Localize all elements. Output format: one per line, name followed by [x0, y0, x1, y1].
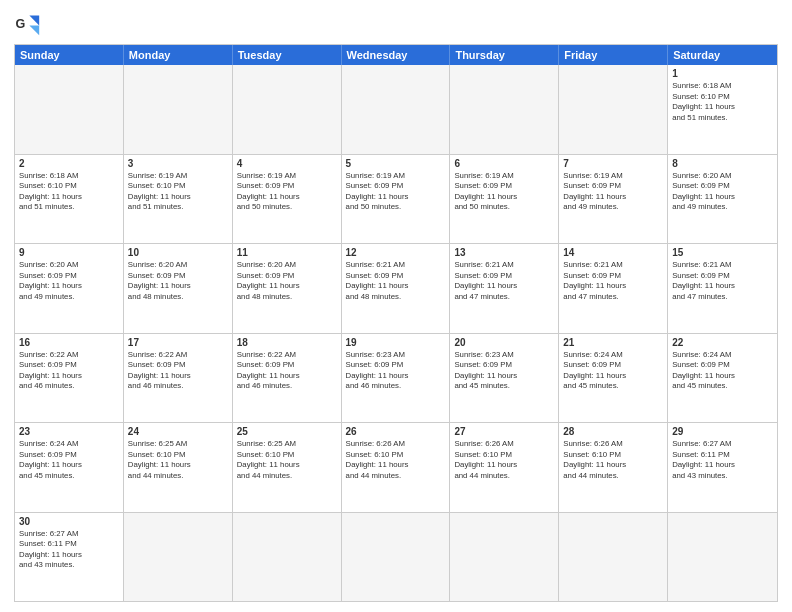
page: G SundayMondayTuesdayWednesdayThursdayFr… — [0, 0, 792, 612]
calendar-cell — [450, 513, 559, 602]
cell-info: Sunrise: 6:21 AMSunset: 6:09 PMDaylight:… — [454, 260, 554, 302]
cell-info: Sunrise: 6:19 AMSunset: 6:09 PMDaylight:… — [237, 171, 337, 213]
calendar-cell: 12Sunrise: 6:21 AMSunset: 6:09 PMDayligh… — [342, 244, 451, 333]
svg-text:G: G — [15, 17, 25, 31]
calendar-row-0: 1Sunrise: 6:18 AMSunset: 6:10 PMDaylight… — [15, 65, 777, 154]
cell-info: Sunrise: 6:19 AMSunset: 6:09 PMDaylight:… — [563, 171, 663, 213]
calendar-cell — [668, 513, 777, 602]
calendar-cell: 29Sunrise: 6:27 AMSunset: 6:11 PMDayligh… — [668, 423, 777, 512]
cell-info: Sunrise: 6:21 AMSunset: 6:09 PMDaylight:… — [672, 260, 773, 302]
day-number: 16 — [19, 337, 119, 348]
calendar-cell — [233, 513, 342, 602]
calendar-row-3: 16Sunrise: 6:22 AMSunset: 6:09 PMDayligh… — [15, 333, 777, 423]
calendar-cell — [342, 513, 451, 602]
calendar-cell: 5Sunrise: 6:19 AMSunset: 6:09 PMDaylight… — [342, 155, 451, 244]
calendar-cell: 8Sunrise: 6:20 AMSunset: 6:09 PMDaylight… — [668, 155, 777, 244]
cell-info: Sunrise: 6:21 AMSunset: 6:09 PMDaylight:… — [563, 260, 663, 302]
day-number: 30 — [19, 516, 119, 527]
cell-info: Sunrise: 6:25 AMSunset: 6:10 PMDaylight:… — [237, 439, 337, 481]
day-number: 26 — [346, 426, 446, 437]
calendar-cell: 19Sunrise: 6:23 AMSunset: 6:09 PMDayligh… — [342, 334, 451, 423]
cell-info: Sunrise: 6:25 AMSunset: 6:10 PMDaylight:… — [128, 439, 228, 481]
calendar-cell: 27Sunrise: 6:26 AMSunset: 6:10 PMDayligh… — [450, 423, 559, 512]
day-number: 6 — [454, 158, 554, 169]
cell-info: Sunrise: 6:22 AMSunset: 6:09 PMDaylight:… — [128, 350, 228, 392]
cell-info: Sunrise: 6:27 AMSunset: 6:11 PMDaylight:… — [19, 529, 119, 571]
day-number: 12 — [346, 247, 446, 258]
calendar-row-4: 23Sunrise: 6:24 AMSunset: 6:09 PMDayligh… — [15, 422, 777, 512]
calendar-cell — [15, 65, 124, 154]
cell-info: Sunrise: 6:18 AMSunset: 6:10 PMDaylight:… — [19, 171, 119, 213]
day-number: 5 — [346, 158, 446, 169]
cell-info: Sunrise: 6:21 AMSunset: 6:09 PMDaylight:… — [346, 260, 446, 302]
calendar-cell: 22Sunrise: 6:24 AMSunset: 6:09 PMDayligh… — [668, 334, 777, 423]
calendar-cell: 18Sunrise: 6:22 AMSunset: 6:09 PMDayligh… — [233, 334, 342, 423]
calendar-cell: 10Sunrise: 6:20 AMSunset: 6:09 PMDayligh… — [124, 244, 233, 333]
header-day-sunday: Sunday — [15, 45, 124, 65]
cell-info: Sunrise: 6:23 AMSunset: 6:09 PMDaylight:… — [346, 350, 446, 392]
cell-info: Sunrise: 6:20 AMSunset: 6:09 PMDaylight:… — [237, 260, 337, 302]
header-day-thursday: Thursday — [450, 45, 559, 65]
day-number: 29 — [672, 426, 773, 437]
svg-marker-1 — [29, 16, 39, 26]
cell-info: Sunrise: 6:26 AMSunset: 6:10 PMDaylight:… — [346, 439, 446, 481]
day-number: 11 — [237, 247, 337, 258]
day-number: 20 — [454, 337, 554, 348]
calendar-cell: 14Sunrise: 6:21 AMSunset: 6:09 PMDayligh… — [559, 244, 668, 333]
calendar-cell: 24Sunrise: 6:25 AMSunset: 6:10 PMDayligh… — [124, 423, 233, 512]
day-number: 18 — [237, 337, 337, 348]
cell-info: Sunrise: 6:26 AMSunset: 6:10 PMDaylight:… — [454, 439, 554, 481]
calendar-cell: 20Sunrise: 6:23 AMSunset: 6:09 PMDayligh… — [450, 334, 559, 423]
day-number: 15 — [672, 247, 773, 258]
calendar-cell — [233, 65, 342, 154]
cell-info: Sunrise: 6:20 AMSunset: 6:09 PMDaylight:… — [19, 260, 119, 302]
cell-info: Sunrise: 6:19 AMSunset: 6:09 PMDaylight:… — [454, 171, 554, 213]
day-number: 19 — [346, 337, 446, 348]
calendar-row-1: 2Sunrise: 6:18 AMSunset: 6:10 PMDaylight… — [15, 154, 777, 244]
day-number: 17 — [128, 337, 228, 348]
svg-marker-2 — [29, 25, 39, 35]
calendar-cell: 15Sunrise: 6:21 AMSunset: 6:09 PMDayligh… — [668, 244, 777, 333]
header-day-saturday: Saturday — [668, 45, 777, 65]
calendar-cell: 13Sunrise: 6:21 AMSunset: 6:09 PMDayligh… — [450, 244, 559, 333]
calendar-cell — [124, 513, 233, 602]
calendar-row-5: 30Sunrise: 6:27 AMSunset: 6:11 PMDayligh… — [15, 512, 777, 602]
calendar-cell — [124, 65, 233, 154]
cell-info: Sunrise: 6:20 AMSunset: 6:09 PMDaylight:… — [128, 260, 228, 302]
calendar: SundayMondayTuesdayWednesdayThursdayFrid… — [14, 44, 778, 602]
calendar-cell — [450, 65, 559, 154]
header-day-tuesday: Tuesday — [233, 45, 342, 65]
cell-info: Sunrise: 6:18 AMSunset: 6:10 PMDaylight:… — [672, 81, 773, 123]
calendar-cell: 9Sunrise: 6:20 AMSunset: 6:09 PMDaylight… — [15, 244, 124, 333]
cell-info: Sunrise: 6:27 AMSunset: 6:11 PMDaylight:… — [672, 439, 773, 481]
calendar-cell: 11Sunrise: 6:20 AMSunset: 6:09 PMDayligh… — [233, 244, 342, 333]
day-number: 1 — [672, 68, 773, 79]
day-number: 4 — [237, 158, 337, 169]
calendar-cell: 16Sunrise: 6:22 AMSunset: 6:09 PMDayligh… — [15, 334, 124, 423]
day-number: 7 — [563, 158, 663, 169]
calendar-cell: 3Sunrise: 6:19 AMSunset: 6:10 PMDaylight… — [124, 155, 233, 244]
calendar-row-2: 9Sunrise: 6:20 AMSunset: 6:09 PMDaylight… — [15, 243, 777, 333]
day-number: 23 — [19, 426, 119, 437]
logo: G — [14, 10, 46, 38]
cell-info: Sunrise: 6:22 AMSunset: 6:09 PMDaylight:… — [19, 350, 119, 392]
logo-icon: G — [14, 10, 42, 38]
calendar-cell: 21Sunrise: 6:24 AMSunset: 6:09 PMDayligh… — [559, 334, 668, 423]
calendar-cell: 4Sunrise: 6:19 AMSunset: 6:09 PMDaylight… — [233, 155, 342, 244]
cell-info: Sunrise: 6:19 AMSunset: 6:10 PMDaylight:… — [128, 171, 228, 213]
calendar-cell: 25Sunrise: 6:25 AMSunset: 6:10 PMDayligh… — [233, 423, 342, 512]
calendar-body: 1Sunrise: 6:18 AMSunset: 6:10 PMDaylight… — [15, 65, 777, 601]
calendar-cell — [559, 513, 668, 602]
calendar-header: SundayMondayTuesdayWednesdayThursdayFrid… — [15, 45, 777, 65]
day-number: 10 — [128, 247, 228, 258]
calendar-cell: 26Sunrise: 6:26 AMSunset: 6:10 PMDayligh… — [342, 423, 451, 512]
day-number: 14 — [563, 247, 663, 258]
calendar-cell: 17Sunrise: 6:22 AMSunset: 6:09 PMDayligh… — [124, 334, 233, 423]
day-number: 3 — [128, 158, 228, 169]
day-number: 2 — [19, 158, 119, 169]
calendar-cell: 28Sunrise: 6:26 AMSunset: 6:10 PMDayligh… — [559, 423, 668, 512]
calendar-cell: 30Sunrise: 6:27 AMSunset: 6:11 PMDayligh… — [15, 513, 124, 602]
day-number: 22 — [672, 337, 773, 348]
cell-info: Sunrise: 6:24 AMSunset: 6:09 PMDaylight:… — [19, 439, 119, 481]
calendar-cell — [342, 65, 451, 154]
